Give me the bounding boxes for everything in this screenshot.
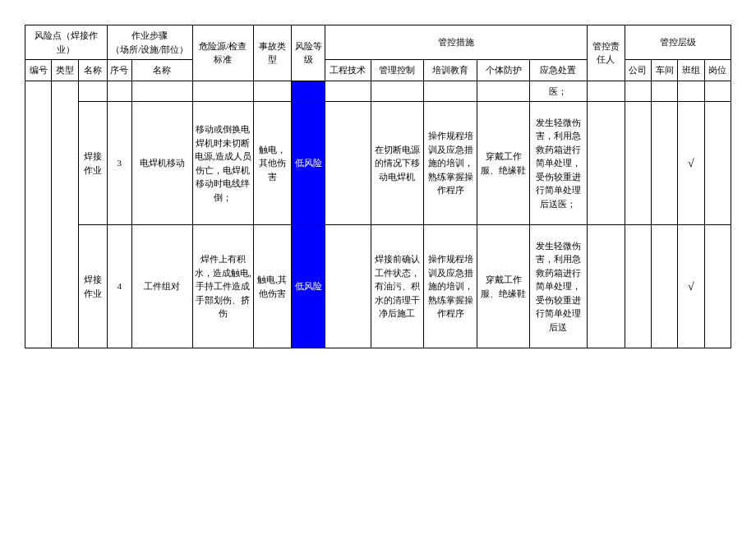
header-id: 编号 [25, 60, 52, 81]
header-ppe: 个体防护 [477, 60, 530, 81]
cell-hazard [192, 81, 253, 102]
cell-accident: 触电,其他伤害 [253, 225, 291, 348]
cell-step: 工件组对 [132, 225, 193, 348]
cell-risk-level: 低风险 [291, 102, 325, 225]
cell-team [678, 81, 704, 102]
cell-eng [325, 102, 371, 225]
cell-hazard: 焊件上有积水，造成触电,手持工件造成手部划伤、挤伤 [192, 225, 253, 348]
header-team: 班组 [678, 60, 704, 81]
table-header: 风险点（焊接作业） 作业步骤 （场所/设施/部位） 危险源/检查标准 事故类型 … [25, 25, 731, 81]
cell-type [52, 81, 78, 348]
cell-post [704, 81, 731, 102]
header-seq: 序号 [107, 60, 131, 81]
header-name: 名称 [78, 60, 107, 81]
cell-risk-level: 低风险 [291, 225, 325, 348]
header-post: 岗位 [704, 60, 731, 81]
cell-seq [107, 81, 131, 102]
header-type: 类型 [52, 60, 78, 81]
cell-risk-level [291, 81, 325, 102]
header-mgmt: 管理控制 [371, 60, 424, 81]
header-emer: 应急处置 [530, 60, 587, 81]
header-control-measures: 管控措施 [325, 25, 587, 60]
cell-company [625, 225, 651, 348]
cell-hazard: 移动或倒换电焊机时未切断电源,造成人员伤亡，电焊机移动时电线绊倒； [192, 102, 253, 225]
cell-emer: 发生轻微伤害，利用急救药箱进行简单处理，受伤较重进行简单处理后送医； [530, 102, 587, 225]
cell-eng [325, 225, 371, 348]
header-company: 公司 [625, 60, 651, 81]
cell-post [704, 225, 731, 348]
cell-name: 焊接作业 [78, 102, 107, 225]
cell-ppe: 穿戴工作服、绝缘鞋 [477, 102, 530, 225]
header-hazard: 危险源/检查标准 [192, 25, 253, 81]
header-risk-level: 风险等级 [291, 25, 325, 81]
cell-workshop [651, 225, 677, 348]
cell-ppe [477, 81, 530, 102]
table-row: 焊接作业 3 电焊机移动 移动或倒换电焊机时未切断电源,造成人员伤亡，电焊机移动… [25, 102, 731, 225]
header-responsible: 管控责任人 [587, 25, 625, 81]
cell-accident [253, 81, 291, 102]
header-train: 培训教育 [424, 60, 477, 81]
cell-accident: 触电，其他伤害 [253, 102, 291, 225]
cell-team: √ [678, 102, 704, 225]
cell-train [424, 81, 477, 102]
cell-company [625, 81, 651, 102]
cell-emer: 医； [530, 81, 587, 102]
cell-ppe: 穿戴工作服、绝缘鞋 [477, 225, 530, 348]
cell-train: 操作规程培训及应急措施的培训，熟练掌握操作程序 [424, 225, 477, 348]
cell-post [704, 102, 731, 225]
header-accident-type: 事故类型 [253, 25, 291, 81]
header-step-group: 作业步骤 （场所/设施/部位） [107, 25, 192, 60]
cell-mgmt [371, 81, 424, 102]
cell-company [625, 102, 651, 225]
header-control-level: 管控层级 [625, 25, 731, 60]
cell-resp [587, 102, 625, 225]
cell-id [25, 81, 52, 348]
table-row-carryover: 医； [25, 81, 731, 102]
header-risk-point: 风险点（焊接作业） [25, 25, 108, 60]
header-step-name: 名称 [132, 60, 193, 81]
cell-name [78, 81, 107, 102]
cell-mgmt: 焊接前确认工件状态，有油污、积水的清理干净后施工 [371, 225, 424, 348]
cell-step [132, 81, 193, 102]
cell-step: 电焊机移动 [132, 102, 193, 225]
risk-assessment-table: 风险点（焊接作业） 作业步骤 （场所/设施/部位） 危险源/检查标准 事故类型 … [25, 25, 731, 348]
cell-team: √ [678, 225, 704, 348]
cell-train: 操作规程培训及应急措施的培训，熟练掌握操作程序 [424, 102, 477, 225]
cell-seq: 3 [107, 102, 131, 225]
cell-workshop [651, 81, 677, 102]
cell-emer: 发生轻微伤害，利用急救药箱进行简单处理，受伤较重进行简单处理后送 [530, 225, 587, 348]
header-workshop: 车间 [651, 60, 677, 81]
cell-mgmt: 在切断电源的情况下移动电焊机 [371, 102, 424, 225]
header-eng: 工程技术 [325, 60, 371, 81]
cell-resp [587, 81, 625, 102]
cell-name: 焊接作业 [78, 225, 107, 348]
table-row: 焊接作业 4 工件组对 焊件上有积水，造成触电,手持工件造成手部划伤、挤伤 触电… [25, 225, 731, 348]
cell-seq: 4 [107, 225, 131, 348]
cell-workshop [651, 102, 677, 225]
cell-resp [587, 225, 625, 348]
cell-eng [325, 81, 371, 102]
